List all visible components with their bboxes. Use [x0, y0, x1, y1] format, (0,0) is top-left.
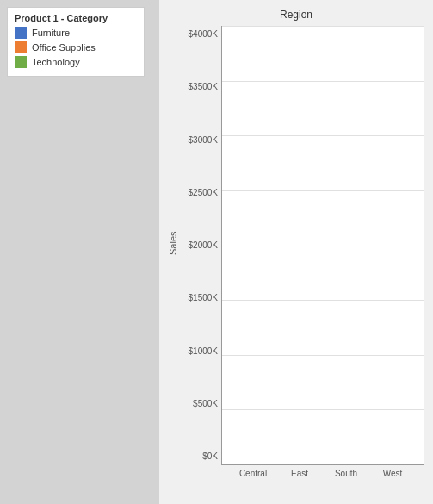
legend-item: Technology: [15, 56, 137, 68]
x-label: South: [329, 469, 363, 478]
legend-item-label: Technology: [32, 57, 80, 67]
chart-title: Region: [168, 9, 424, 21]
x-labels: CentralEastSouthWest: [221, 469, 424, 478]
legend-items: Furniture Office Supplies Technology: [15, 27, 137, 68]
y-tick: $3500K: [189, 82, 218, 91]
y-axis-title: Sales: [168, 26, 180, 461]
y-tick: $3000K: [189, 135, 218, 145]
x-label: West: [375, 469, 410, 478]
left-panel: Product 1 - Category Furniture Office Su…: [0, 0, 159, 504]
legend-color-box: [15, 41, 27, 53]
legend-item-label: Furniture: [32, 28, 70, 38]
x-label: East: [282, 469, 317, 478]
x-label: Central: [236, 469, 270, 478]
legend-item: Office Supplies: [15, 41, 137, 53]
y-tick: $2000K: [189, 240, 218, 250]
y-axis: $4000K$3500K$3000K$2500K$2000K$1500K$100…: [180, 26, 221, 478]
y-tick: $500K: [193, 399, 218, 408]
y-tick: $1500K: [189, 293, 218, 302]
y-tick: $0K: [202, 451, 218, 461]
y-tick: $1000K: [189, 346, 218, 356]
chart-inner: CentralEastSouthWest: [221, 26, 424, 478]
legend-item-label: Office Supplies: [32, 42, 96, 53]
right-panel: Region Sales $4000K$3500K$3000K$2500K$20…: [159, 0, 433, 504]
legend-color-box: [15, 27, 27, 39]
y-tick: $2500K: [189, 188, 218, 197]
main-container: Product 1 - Category Furniture Office Su…: [0, 0, 433, 504]
plot-area: [221, 26, 424, 465]
y-tick: $4000K: [189, 29, 218, 39]
chart-area: Sales $4000K$3500K$3000K$2500K$2000K$150…: [168, 26, 424, 478]
bars-container: [222, 26, 424, 464]
legend-color-box: [15, 56, 27, 68]
legend-item: Furniture: [15, 27, 137, 39]
legend-box: Product 1 - Category Furniture Office Su…: [7, 7, 145, 77]
legend-title: Product 1 - Category: [15, 13, 137, 23]
